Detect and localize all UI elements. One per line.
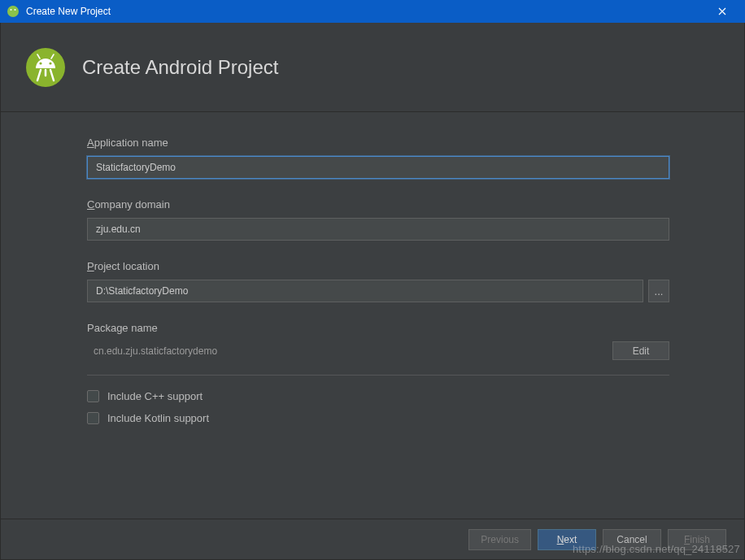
title-bar: Create New Project	[0, 0, 745, 23]
svg-point-5	[49, 62, 51, 64]
dialog-body: Create Android Project Application name …	[0, 23, 745, 560]
previous-button[interactable]: Previous	[468, 529, 531, 550]
svg-point-1	[11, 9, 12, 11]
include-kotlin-checkbox[interactable]	[87, 412, 99, 424]
package-name-label: Package name	[87, 322, 669, 334]
include-cpp-checkbox[interactable]	[87, 390, 99, 402]
dialog-header: Create Android Project	[1, 23, 744, 112]
project-location-input[interactable]	[87, 280, 643, 302]
window-title: Create New Project	[26, 6, 706, 17]
svg-point-2	[15, 9, 16, 11]
dialog-footer: Previous Next Cancel Finish	[1, 519, 744, 559]
company-domain-group: Company domain	[87, 198, 669, 241]
next-button[interactable]: Next	[538, 529, 596, 550]
svg-point-0	[7, 6, 19, 17]
include-kotlin-label: Include Kotlin support	[107, 412, 209, 424]
browse-location-button[interactable]: ...	[648, 280, 669, 302]
android-studio-icon	[7, 5, 20, 18]
include-kotlin-row[interactable]: Include Kotlin support	[87, 412, 669, 424]
svg-point-4	[39, 62, 41, 64]
application-name-label: Application name	[87, 137, 669, 149]
edit-package-button[interactable]: Edit	[612, 341, 669, 360]
application-name-group: Application name	[87, 137, 669, 179]
company-domain-input[interactable]	[87, 218, 669, 241]
separator	[87, 375, 669, 376]
project-location-label: Project location	[87, 260, 669, 272]
android-head-icon	[25, 47, 66, 88]
project-location-group: Project location ...	[87, 260, 669, 302]
page-title: Create Android Project	[82, 56, 278, 79]
close-button[interactable]	[706, 0, 738, 23]
finish-button[interactable]: Finish	[668, 529, 726, 550]
application-name-input[interactable]	[87, 156, 669, 179]
include-cpp-label: Include C++ support	[107, 390, 203, 402]
company-domain-label: Company domain	[87, 198, 669, 211]
cancel-button[interactable]: Cancel	[603, 529, 661, 550]
package-name-value: cn.edu.zju.staticfactorydemo	[87, 345, 217, 357]
form-content: Application name Company domain Project …	[1, 112, 744, 519]
include-cpp-row[interactable]: Include C++ support	[87, 390, 669, 402]
package-name-group: Package name cn.edu.zju.staticfactorydem…	[87, 322, 669, 360]
